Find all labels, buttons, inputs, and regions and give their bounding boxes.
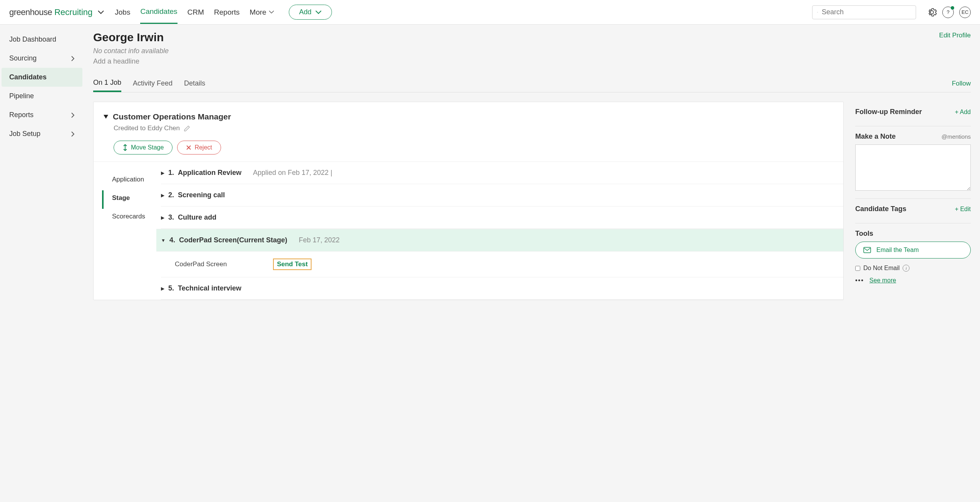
ellipsis-icon: ••• — [855, 277, 864, 284]
stage-row-2[interactable]: ▶ 2. Screening call — [161, 184, 843, 207]
stage-nav-stage[interactable]: Stage — [102, 190, 161, 209]
stage-num: 3. — [168, 213, 174, 222]
triangle-down-icon[interactable] — [104, 115, 108, 119]
profile-header: George Irwin No contact info available A… — [93, 29, 971, 65]
chevron-down-icon — [269, 10, 274, 14]
tags-title: Candidate Tags — [855, 205, 906, 213]
stage-row-1[interactable]: ▶ 1. Application Review Applied on Feb 1… — [161, 162, 843, 184]
stage-row-3[interactable]: ▶ 3. Culture add — [161, 207, 843, 229]
job-card: Customer Operations Manager Credited to … — [93, 102, 844, 300]
note-title: Make a Note — [855, 133, 896, 141]
main: George Irwin No contact info available A… — [84, 25, 980, 316]
tags-panel: Candidate Tags + Edit — [855, 199, 971, 223]
reject-label: Reject — [194, 144, 212, 151]
pencil-icon[interactable] — [184, 125, 191, 132]
stage-row-5[interactable]: ▶ 5. Technical interview — [161, 277, 843, 300]
add-button-label: Add — [299, 8, 312, 16]
stage-name: Screening call — [178, 191, 225, 199]
stage-name: Application Review — [178, 169, 241, 177]
note-panel: Make a Note @mentions — [855, 126, 971, 199]
stage-meta: Feb 17, 2022 — [299, 236, 340, 244]
sidebar-item-pipeline[interactable]: Pipeline — [0, 87, 84, 106]
candidate-name: George Irwin — [93, 31, 939, 44]
note-textarea[interactable] — [855, 144, 971, 191]
edit-profile-link[interactable]: Edit Profile — [939, 32, 971, 39]
followup-title: Follow-up Reminder — [855, 108, 922, 116]
triangle-right-icon: ▶ — [161, 286, 164, 291]
sidebar-item-dashboard[interactable]: Job Dashboard — [0, 30, 84, 49]
do-not-email-row: Do Not Email i — [855, 265, 971, 272]
do-not-email-checkbox[interactable] — [855, 266, 860, 271]
gear-icon[interactable] — [927, 7, 937, 17]
sidebar-item-label: Pipeline — [9, 92, 34, 100]
right-column: Follow-up Reminder + Add Make a Note @me… — [855, 102, 971, 300]
sidebar-item-label: Sourcing — [9, 54, 37, 62]
stage-num: 1. — [168, 169, 174, 177]
triangle-right-icon: ▶ — [161, 170, 164, 176]
mail-icon — [863, 247, 871, 253]
followup-panel: Follow-up Reminder + Add — [855, 102, 971, 126]
sidebar-item-label: Job Setup — [9, 130, 40, 138]
tab-on-job[interactable]: On 1 Job — [93, 75, 121, 92]
logo-word1: greenhouse — [9, 7, 52, 17]
nav-more-label: More — [250, 8, 266, 17]
tags-edit[interactable]: + Edit — [955, 206, 971, 213]
stage-num: 5. — [168, 284, 174, 292]
mentions-link[interactable]: @mentions — [941, 133, 971, 140]
sidebar-item-candidates[interactable]: Candidates — [2, 68, 82, 87]
move-stage-button[interactable]: Move Stage — [114, 141, 173, 154]
nav-more[interactable]: More — [250, 1, 274, 24]
tab-activity-feed[interactable]: Activity Feed — [133, 76, 173, 91]
nav-crm[interactable]: CRM — [188, 1, 204, 24]
stage-name: Technical interview — [178, 284, 241, 292]
logo[interactable]: greenhouse Recruiting — [9, 7, 104, 17]
follow-link[interactable]: Follow — [952, 80, 971, 87]
svg-line-1 — [818, 12, 818, 13]
notification-dot-icon — [951, 6, 954, 10]
chevron-right-icon — [71, 112, 75, 118]
stage-list: ▶ 1. Application Review Applied on Feb 1… — [161, 162, 843, 300]
sidebar-item-job-setup[interactable]: Job Setup — [0, 124, 84, 143]
move-icon — [122, 144, 128, 151]
avatar[interactable]: EC — [959, 7, 971, 18]
chevron-right-icon — [71, 131, 75, 137]
stage-nav-application[interactable]: Application — [104, 172, 161, 190]
reject-button[interactable]: Reject — [177, 141, 221, 154]
stage-nav: Application Stage Scorecards — [94, 162, 161, 300]
stage-meta: Applied on Feb 17, 2022 | — [253, 169, 332, 177]
stage-name: CoderPad Screen(Current Stage) — [179, 236, 287, 244]
info-icon[interactable]: i — [903, 265, 910, 272]
search-wrap[interactable] — [812, 5, 916, 19]
nav-reports[interactable]: Reports — [214, 1, 240, 24]
add-button[interactable]: Add — [289, 5, 332, 20]
stage-name: Culture add — [178, 213, 216, 222]
tabs: On 1 Job Activity Feed Details Follow — [93, 75, 971, 92]
search-input[interactable] — [822, 8, 911, 16]
stage-nav-scorecards[interactable]: Scorecards — [104, 209, 161, 227]
add-headline[interactable]: Add a headline — [93, 57, 939, 65]
do-not-email-label: Do Not Email — [863, 265, 900, 272]
sidebar-item-sourcing[interactable]: Sourcing — [0, 49, 84, 68]
email-team-label: Email the Team — [876, 247, 919, 254]
tab-details[interactable]: Details — [184, 76, 205, 91]
stage-row-4-current[interactable]: ▼ 4. CoderPad Screen(Current Stage) Feb … — [156, 229, 843, 252]
nav-jobs[interactable]: Jobs — [115, 1, 130, 24]
nav-candidates[interactable]: Candidates — [140, 0, 177, 24]
followup-add[interactable]: + Add — [955, 109, 971, 116]
triangle-down-icon: ▼ — [161, 238, 166, 243]
see-more-button[interactable]: ••• See more — [855, 277, 971, 284]
email-team-button[interactable]: Email the Team — [855, 242, 971, 259]
see-more-label: See more — [869, 277, 896, 284]
credited-to: Credited to Eddy Chen — [94, 121, 843, 132]
chevron-down-icon[interactable] — [98, 10, 104, 14]
sidebar-item-reports[interactable]: Reports — [0, 106, 84, 124]
nav-links: Jobs Candidates CRM Reports More Add — [115, 0, 332, 24]
topbar: greenhouse Recruiting Jobs Candidates CR… — [0, 0, 980, 25]
sidebar-item-label: Reports — [9, 111, 34, 119]
no-contact-info: No contact info available — [93, 47, 939, 55]
stage-sub-label: CoderPad Screen — [175, 260, 227, 268]
svg-point-0 — [817, 12, 818, 12]
logo-word2: Recruiting — [54, 7, 92, 17]
send-test-button[interactable]: Send Test — [273, 259, 312, 270]
help-icon[interactable]: ? — [942, 7, 954, 18]
